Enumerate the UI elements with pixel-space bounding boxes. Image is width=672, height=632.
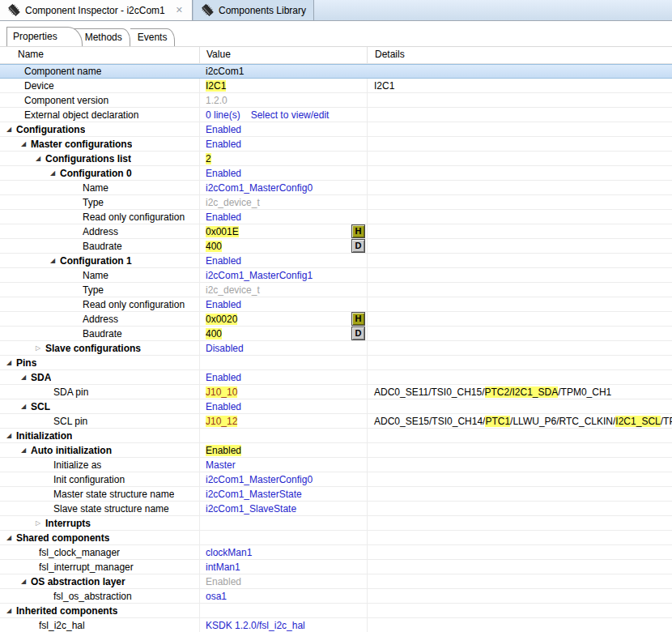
property-value[interactable]: osa1 <box>206 591 227 602</box>
value-cell[interactable]: Enabled <box>200 254 368 267</box>
value-cell[interactable]: 1.2.0 <box>200 93 368 107</box>
value-cell[interactable] <box>200 516 368 530</box>
value-cell[interactable] <box>200 356 368 369</box>
tree-row[interactable]: ◢Configuration 1Enabled <box>0 254 672 268</box>
value-cell[interactable]: i2cCom1_MasterConfig0 <box>200 181 368 194</box>
value-cell[interactable]: i2cCom1_SlaveState <box>200 502 368 515</box>
collapse-arrow-icon[interactable]: ◢ <box>50 257 60 264</box>
tree-row[interactable]: fsl_os_abstractionosa1 <box>0 589 672 604</box>
tree-row[interactable]: ◢Shared components <box>0 531 672 545</box>
value-cell[interactable]: osa1 <box>200 589 368 603</box>
collapse-arrow-icon[interactable]: ◢ <box>21 374 31 381</box>
collapse-arrow-icon[interactable]: ◢ <box>21 446 31 454</box>
hex-format-button[interactable]: H <box>351 224 365 238</box>
property-value[interactable]: i2cCom1_SlaveState <box>206 503 296 515</box>
tree-row[interactable]: Typei2c_device_t <box>0 195 672 210</box>
property-value[interactable]: Disabled <box>206 343 244 354</box>
collapse-arrow-icon[interactable]: ◢ <box>21 403 31 410</box>
property-value[interactable]: Enabled <box>206 255 241 267</box>
value-cell[interactable]: J10_10 <box>200 385 368 399</box>
tree-row[interactable]: ◢Initialization <box>0 429 672 443</box>
tree-row[interactable]: ◢ConfigurationsEnabled <box>0 122 672 137</box>
tree-row[interactable]: Initialize asMaster <box>0 458 672 472</box>
collapse-arrow-icon[interactable]: ◢ <box>6 607 16 614</box>
value-cell[interactable]: Disabled <box>200 341 368 355</box>
value-cell[interactable]: Enabled <box>200 137 368 151</box>
value-cell[interactable]: 400D <box>200 239 368 253</box>
value-cell[interactable] <box>200 604 368 617</box>
tree-row[interactable]: Master state structure namei2cCom1_Maste… <box>0 487 672 502</box>
value-cell[interactable] <box>200 531 368 544</box>
tree-row[interactable]: Address0x0020H <box>0 312 672 327</box>
collapse-arrow-icon[interactable]: ◢ <box>50 169 60 177</box>
value-cell[interactable]: intMan1 <box>200 560 368 574</box>
tree-row[interactable]: ▷Interrupts <box>0 516 672 531</box>
column-header-value[interactable]: Value <box>200 47 368 63</box>
collapse-arrow-icon[interactable]: ◢ <box>6 534 16 541</box>
value-cell[interactable]: i2cCom1_MasterConfig1 <box>200 268 368 282</box>
value-cell[interactable]: Enabled <box>200 399 368 413</box>
tree-row[interactable]: External object declaration0 line(s)Sele… <box>0 108 672 122</box>
value-cell[interactable]: i2c_device_t <box>200 283 368 297</box>
tree-row[interactable]: Baudrate400D <box>0 239 672 254</box>
value-cell[interactable]: i2cCom1_MasterState <box>200 487 368 501</box>
value-cell[interactable]: 0x0020H <box>200 312 368 326</box>
property-value[interactable]: Enabled <box>206 372 241 383</box>
collapse-arrow-icon[interactable]: ◢ <box>6 126 16 133</box>
tree-row[interactable]: Address0x001EH <box>0 224 672 239</box>
property-value[interactable]: i2cCom1_MasterState <box>206 489 302 500</box>
value-cell[interactable]: Enabled <box>200 574 368 588</box>
value-cell[interactable]: i2c_device_t <box>200 195 368 209</box>
hex-format-button[interactable]: H <box>351 312 365 326</box>
value-cell[interactable]: Enabled <box>200 297 368 311</box>
tree-row[interactable]: ◢Pins <box>0 356 672 370</box>
decimal-format-button[interactable]: D <box>351 239 365 253</box>
value-cell[interactable]: Enabled <box>200 122 368 136</box>
value-cell[interactable]: 0 line(s)Select to view/edit <box>200 108 368 122</box>
property-value[interactable]: Enabled <box>206 401 241 412</box>
close-icon[interactable]: ✕ <box>174 5 185 15</box>
tree-row[interactable]: ◢SDAEnabled <box>0 370 672 385</box>
value-cell[interactable]: J10_12 <box>200 414 368 428</box>
tree-row[interactable]: ◢Auto initializationEnabled <box>0 443 672 458</box>
property-value[interactable]: Master <box>206 459 236 471</box>
tree-row[interactable]: Read only configurationEnabled <box>0 297 672 312</box>
value-cell[interactable]: clockMan1 <box>200 545 368 559</box>
value-cell[interactable]: i2cCom1_MasterConfig0 <box>200 472 368 486</box>
collapse-arrow-icon[interactable]: ◢ <box>21 578 31 585</box>
property-value[interactable]: Enabled <box>206 299 241 310</box>
tree-row[interactable]: fsl_interrupt_managerintMan1 <box>0 560 672 574</box>
value-cell[interactable]: 0x001EH <box>200 224 368 238</box>
value-cell[interactable]: I2C1 <box>200 79 368 92</box>
value-cell[interactable]: 400D <box>200 327 368 340</box>
tree-row[interactable]: ◢Configuration 0Enabled <box>0 166 672 181</box>
tree-row[interactable]: ◢OS abstraction layerEnabled <box>0 574 672 589</box>
collapse-arrow-icon[interactable]: ◢ <box>21 140 31 147</box>
tree-row[interactable]: Namei2cCom1_MasterConfig0 <box>0 181 672 195</box>
tree-row[interactable]: Slave state structure namei2cCom1_SlaveS… <box>0 502 672 516</box>
tree-row[interactable]: SDA pinJ10_10ADC0_SE11/TSI0_CH15/PTC2/I2… <box>0 385 672 399</box>
tree-row[interactable]: fsl_clock_managerclockMan1 <box>0 545 672 560</box>
property-value[interactable]: i2cCom1_MasterConfig0 <box>206 182 313 194</box>
value-cell[interactable]: 2 <box>200 152 368 165</box>
tree-row[interactable]: DeviceI2C1I2C1 <box>0 79 672 93</box>
value-cell[interactable]: Enabled <box>200 166 368 180</box>
collapse-arrow-icon[interactable]: ◢ <box>6 432 16 439</box>
tree-row[interactable]: Init configurationi2cCom1_MasterConfig0 <box>0 472 672 487</box>
tree-row[interactable]: Namei2cCom1_MasterConfig1 <box>0 268 672 283</box>
property-value[interactable]: Enabled <box>206 139 241 150</box>
value-cell[interactable]: Enabled <box>200 210 368 224</box>
value-cell[interactable] <box>200 429 368 442</box>
value-cell[interactable]: KSDK 1.2.0/fsl_i2c_hal <box>200 618 368 632</box>
tab-components-library[interactable]: Components Library <box>193 0 314 20</box>
tree-row[interactable]: Component version1.2.0 <box>0 93 672 108</box>
tree-row[interactable]: ◢Master configurationsEnabled <box>0 137 672 152</box>
property-value[interactable]: i2cCom1_MasterConfig1 <box>206 270 313 281</box>
collapse-arrow-icon[interactable]: ◢ <box>6 359 16 366</box>
value-cell[interactable]: Enabled <box>200 370 368 384</box>
tab-events[interactable]: Events <box>130 28 176 46</box>
value-cell[interactable]: Master <box>200 458 368 472</box>
tab-properties[interactable]: Properties <box>6 27 83 46</box>
property-value[interactable]: KSDK 1.2.0/fsl_i2c_hal <box>206 620 305 631</box>
value-cell[interactable]: Enabled <box>200 443 368 457</box>
